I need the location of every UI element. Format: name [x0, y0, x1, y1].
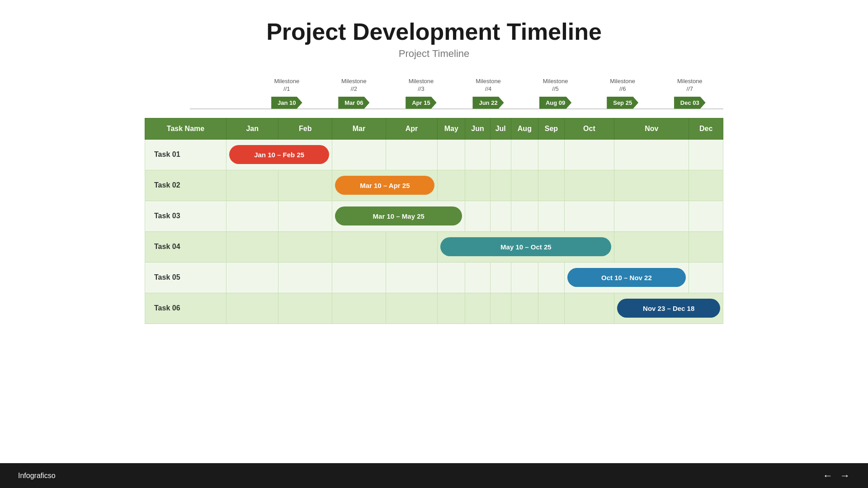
task-5-month-6 — [465, 262, 491, 293]
task-3-month-3: Mar 10 – May 25 — [332, 201, 465, 231]
month-header-sep: Sep — [538, 118, 564, 139]
task-1-month-9 — [538, 139, 564, 170]
table-row: Task 05Oct 10 – Nov 22 — [145, 262, 723, 293]
milestone-label-1: Milestone //1 — [274, 78, 299, 93]
table-row: Task 02Mar 10 – Apr 25 — [145, 170, 723, 201]
gantt-table: Task Name JanFebMarAprMayJunJulAugSepOct… — [145, 118, 723, 324]
milestone-item-5: Milestone //5Aug 09 — [522, 78, 589, 109]
month-header-feb: Feb — [278, 118, 332, 139]
task-2-month-7 — [490, 170, 511, 201]
task-6-month-6 — [465, 293, 491, 324]
timeline-container: Milestone //1Jan 10Milestone //2Mar 06Mi… — [145, 78, 723, 324]
task-bar-6: Nov 23 – Dec 18 — [617, 299, 720, 318]
task-3-month-12 — [689, 201, 723, 231]
footer-arrow-left[interactable]: ← — [823, 470, 833, 482]
month-header-dec: Dec — [689, 118, 723, 139]
milestone-badge-2: Mar 06 — [338, 97, 369, 109]
milestone-badge-5: Aug 09 — [539, 97, 571, 109]
task-name-6: Task 06 — [145, 293, 226, 324]
milestone-label-7: Milestone //7 — [677, 78, 703, 93]
month-header-apr: Apr — [386, 118, 438, 139]
month-header-jan: Jan — [226, 118, 278, 139]
task-2-month-11 — [614, 170, 689, 201]
task-6-month-7 — [490, 293, 511, 324]
task-1-month-3 — [332, 139, 386, 170]
task-6-month-8 — [511, 293, 538, 324]
task-6-month-3 — [332, 293, 386, 324]
task-5-month-9 — [538, 262, 564, 293]
task-4-month-11 — [614, 231, 689, 262]
task-name-1: Task 01 — [145, 139, 226, 170]
task-6-month-1 — [226, 293, 278, 324]
milestone-label-4: Milestone //4 — [476, 78, 501, 93]
task-2-month-12 — [689, 170, 723, 201]
task-2-month-10 — [564, 170, 614, 201]
table-row: Task 06Nov 23 – Dec 18 — [145, 293, 723, 324]
task-1-month-6 — [465, 139, 491, 170]
task-1-month-4 — [386, 139, 438, 170]
task-3-month-8 — [511, 201, 538, 231]
task-3-month-10 — [564, 201, 614, 231]
task-1-month-7 — [490, 139, 511, 170]
task-3-month-2 — [278, 201, 332, 231]
milestone-badge-6: Sep 25 — [607, 97, 638, 109]
task-4-month-1 — [226, 231, 278, 262]
month-header-may: May — [438, 118, 465, 139]
task-2-month-3: Mar 10 – Apr 25 — [332, 170, 438, 201]
milestone-item-4: Milestone //4Jun 22 — [455, 78, 522, 109]
task-bar-3: Mar 10 – May 25 — [335, 206, 462, 225]
task-2-month-2 — [278, 170, 332, 201]
task-5-month-1 — [226, 262, 278, 293]
task-5-month-5 — [438, 262, 465, 293]
month-header-jul: Jul — [490, 118, 511, 139]
month-header-mar: Mar — [332, 118, 386, 139]
task-name-4: Task 04 — [145, 231, 226, 262]
task-4-month-3 — [332, 231, 386, 262]
task-1-month-8 — [511, 139, 538, 170]
task-name-header: Task Name — [145, 118, 226, 139]
milestone-item-1: Milestone //1Jan 10 — [253, 78, 321, 109]
milestone-badge-3: Apr 15 — [406, 97, 436, 109]
task-6-month-11: Nov 23 – Dec 18 — [614, 293, 723, 324]
task-2-month-5 — [438, 170, 465, 201]
task-3-month-6 — [465, 201, 491, 231]
task-5-month-8 — [511, 262, 538, 293]
task-2-month-1 — [226, 170, 278, 201]
month-header-jun: Jun — [465, 118, 491, 139]
footer-nav: ← → — [823, 470, 850, 482]
task-name-5: Task 05 — [145, 262, 226, 293]
milestone-badge-1: Jan 10 — [271, 97, 302, 109]
milestone-label-3: Milestone //3 — [409, 78, 434, 93]
footer-arrow-right[interactable]: → — [840, 470, 850, 482]
milestone-label-6: Milestone //6 — [610, 78, 635, 93]
task-3-month-11 — [614, 201, 689, 231]
milestone-item-7: Milestone //7Dec 03 — [656, 78, 723, 109]
task-name-2: Task 02 — [145, 170, 226, 201]
task-5-month-3 — [332, 262, 386, 293]
task-1-month-5 — [438, 139, 465, 170]
task-3-month-1 — [226, 201, 278, 231]
task-5-month-4 — [386, 262, 438, 293]
task-4-month-4 — [386, 231, 438, 262]
task-5-month-12 — [689, 262, 723, 293]
footer-brand: Infograficso — [18, 472, 56, 480]
task-4-month-2 — [278, 231, 332, 262]
milestone-badge-4: Jun 22 — [472, 97, 504, 109]
table-row: Task 04May 10 – Oct 25 — [145, 231, 723, 262]
milestone-label-2: Milestone //2 — [341, 78, 367, 93]
task-2-month-8 — [511, 170, 538, 201]
task-bar-2: Mar 10 – Apr 25 — [335, 176, 434, 195]
month-header-aug: Aug — [511, 118, 538, 139]
milestone-item-2: Milestone //2Mar 06 — [321, 78, 388, 109]
task-6-month-5 — [438, 293, 465, 324]
milestone-badge-7: Dec 03 — [674, 97, 706, 109]
milestone-item-3: Milestone //3Apr 15 — [387, 78, 455, 109]
task-bar-1: Jan 10 – Feb 25 — [229, 145, 329, 164]
task-6-month-10 — [564, 293, 614, 324]
page-title: Project Development Timeline — [266, 18, 602, 45]
task-5-month-10: Oct 10 – Nov 22 — [564, 262, 689, 293]
task-3-month-9 — [538, 201, 564, 231]
task-1-month-1: Jan 10 – Feb 25 — [226, 139, 332, 170]
footer: Infograficso ← → — [0, 463, 868, 488]
page-subtitle: Project Timeline — [266, 48, 602, 60]
